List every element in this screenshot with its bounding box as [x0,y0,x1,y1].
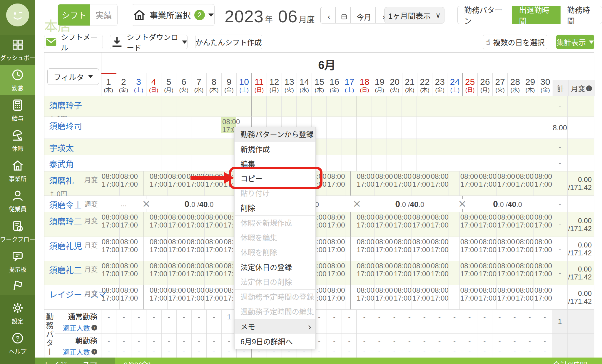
shift-cell-宇瑛太-4[interactable] [146,139,161,155]
shift-cell-須磨礼三-28[interactable]: 08:0017:00 [496,261,515,285]
shift-cell-須磨礼-17[interactable] [345,171,351,196]
shift-cell-宇瑛太-22[interactable] [417,139,432,155]
capacity-value-link[interactable]: - [484,347,486,354]
capacity-value-link[interactable]: - [213,323,215,330]
shift-cell-泰武角-27[interactable] [492,155,507,171]
capacity-value-link[interactable]: - [393,323,396,330]
shift-cell-須磨礼三-18[interactable] [350,261,356,285]
shift-cell-須磨礼-29[interactable]: 08:0017:00 [515,171,534,196]
menu-item-新規作成[interactable]: 新規作成 [235,142,315,157]
capacity-value-link[interactable]: - [423,323,426,330]
shift-cell-須磨礼-5[interactable]: 08:0017:00 [149,171,167,196]
capacity-value-link[interactable]: - [108,347,110,354]
sidebar-item-leave[interactable]: 休暇 [0,125,35,156]
day-header-2[interactable]: 2(金) [116,73,131,96]
shift-cell-須磨礼三-25[interactable] [454,261,459,285]
shift-cell-須磨玲子-1[interactable] [101,96,116,117]
shift-cell-レイジー・スマ-29[interactable]: 08:0017:00 [515,285,534,309]
shift-cell-須磨礼児-4[interactable] [143,237,149,261]
day-header-23[interactable]: 23(金) [432,73,447,96]
shift-cell-須磨玲二-18[interactable] [350,212,356,237]
capacity-value-link[interactable]: - [453,347,456,354]
shift-cell-須磨玲司-16[interactable] [326,117,341,139]
shift-cell-須磨礼三-29[interactable]: 08:0017:00 [515,261,534,285]
shift-cell-宇瑛太-26[interactable] [477,139,492,155]
shift-cell-須磨玲子-27[interactable] [492,96,507,117]
shift-cell-須磨礼三-22[interactable]: 08:0017:00 [412,261,430,285]
capacity-value-link[interactable]: - [514,323,516,330]
summary-display-button[interactable]: 集計表示 [556,35,594,49]
shift-cell-須磨礼三-16[interactable]: 08:0017:00 [327,261,345,285]
shift-cell-宇瑛太-24[interactable] [447,139,462,155]
menu-item-6月9日の詳細へ[interactable]: 6月9日の詳細へ [235,334,315,349]
shift-cell-レイジー・スマ-30[interactable]: 08:0017:00 [534,285,552,309]
shift-cell-須磨玲司-3[interactable] [131,117,146,139]
shift-cell-須磨玲司-2[interactable] [116,117,131,139]
day-header-20[interactable]: 20(火) [387,73,402,96]
shift-cell-レイジー・スマ-22[interactable]: 08:0017:00 [412,285,430,309]
info-icon[interactable]: i [91,325,97,331]
shift-cell-須磨玲子-20[interactable] [387,96,402,117]
shift-cell-須磨玲子-24[interactable] [447,96,462,117]
shift-cell-泰武角-8[interactable] [206,155,221,171]
shift-cell-須磨玲二-26[interactable]: 08:0017:00 [459,212,478,237]
shift-cell-須磨玲司-29[interactable] [522,117,537,139]
shift-cell-須磨礼児-1[interactable]: 08:0017:00 [101,237,119,261]
capacity-value-link[interactable]: - [453,323,456,330]
capacity-value-link[interactable]: - [123,347,125,354]
shift-cell-レイジー・スマ-27[interactable]: 08:0017:00 [478,285,496,309]
shift-cell-須磨玲司-5[interactable] [161,117,176,139]
shift-cell-須磨礼児-29[interactable]: 08:0017:00 [515,237,534,261]
shift-cell-須磨礼三-21[interactable]: 08:0017:00 [393,261,412,285]
shift-cell-宇瑛太-3[interactable] [131,139,146,155]
shift-cell-須磨礼児-7[interactable]: 08:0017:00 [186,237,204,261]
capacity-value-link[interactable]: - [408,323,411,330]
day-header-28[interactable]: 28(水) [507,73,522,96]
capacity-value-link[interactable]: - [529,323,531,330]
employee-name-link[interactable]: 須磨玲子 [49,101,82,110]
shift-cell-須磨礼三-6[interactable]: 08:0017:00 [167,261,186,285]
day-header-7[interactable]: 7(水) [191,73,206,96]
shift-cell-須磨礼三-24[interactable] [449,261,454,285]
capacity-value-link[interactable]: - [198,323,200,330]
sidebar-item-dashboard[interactable]: ダッシュボード [0,35,35,65]
shift-cell-レイジー・スマ-17[interactable] [345,285,350,309]
shift-cell-レイジー・スマ-21[interactable]: 08:0017:00 [393,285,412,309]
capacity-value-link[interactable]: - [183,323,185,330]
shift-cell-須磨礼-25[interactable] [454,171,459,196]
shift-cell-レイジー・スマ-2[interactable]: 08:0017:00 [119,285,138,309]
shift-cell-須磨礼児-25[interactable] [454,237,459,261]
shift-cell-須磨玲子-22[interactable] [417,96,432,117]
shift-cell-須磨玲子-14[interactable] [296,96,311,117]
day-header-22[interactable]: 22(木) [417,73,432,96]
shift-cell-レイジー・スマ-26[interactable]: 08:0017:00 [459,285,478,309]
capacity-value-link[interactable]: - [108,323,110,330]
shift-cell-須磨礼三-19[interactable]: 08:0017:00 [356,261,374,285]
shift-cell-須磨礼-2[interactable]: 08:0017:00 [119,171,138,196]
sidebar-item-employees[interactable]: 従業員 [0,186,35,216]
shift-cell-泰武角-16[interactable] [326,155,341,171]
easy-shift-create-button[interactable]: かんたんシフト作成 [195,35,262,49]
capacity-value-link[interactable]: - [153,347,155,354]
shift-cell-須磨礼三-4[interactable] [143,261,149,285]
shift-cell-須磨玲子-11[interactable] [251,96,266,117]
capacity-value-link[interactable]: - [138,347,140,354]
shift-cell-須磨礼-23[interactable]: 08:0017:00 [430,171,449,196]
sidebar-item-flag[interactable] [0,277,35,295]
shift-cell-泰武角-26[interactable] [477,155,492,171]
sidebar-item-attendance[interactable]: 勤怠 [0,65,35,95]
capacity-value-link[interactable]: - [138,323,140,330]
shift-cell-泰武角-19[interactable] [372,155,387,171]
menu-item-法定休日の登録[interactable]: 法定休日の登録 [235,260,315,275]
shift-cell-レイジー・スマ-7[interactable]: 08:0017:00 [186,285,204,309]
capacity-value-link[interactable]: - [393,347,396,354]
mode-tab-work-time[interactable]: 勤務時間 [561,6,602,24]
shift-cell-宇瑛太-8[interactable] [206,139,221,155]
day-header-13[interactable]: 13(火) [282,73,297,96]
shift-cell-須磨礼児-20[interactable]: 08:0017:00 [374,237,393,261]
capacity-value-link[interactable]: - [468,323,471,330]
today-button[interactable]: 今月 [351,7,375,23]
shift-cell-宇瑛太-2[interactable] [116,139,131,155]
employee-name-link[interactable]: 須磨玲二 [49,217,82,226]
capacity-value-link[interactable]: - [198,347,200,354]
